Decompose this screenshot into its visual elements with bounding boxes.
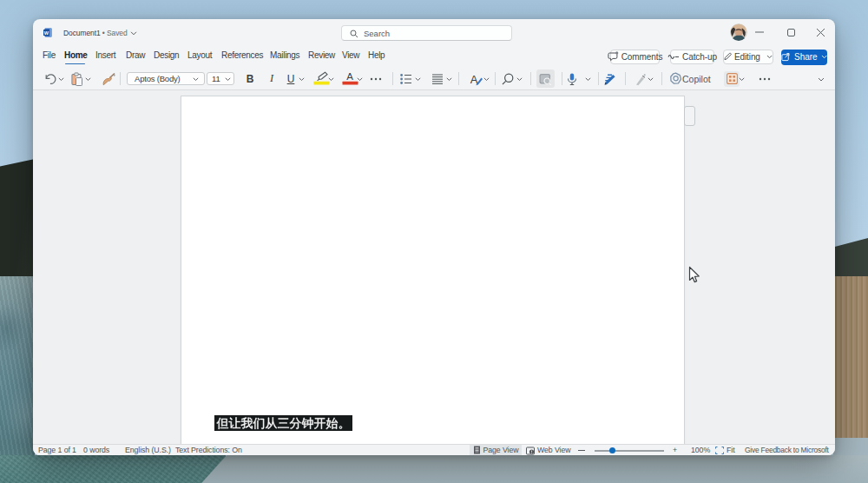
svg-text:W: W [44,30,49,36]
svg-text:A: A [346,71,353,82]
